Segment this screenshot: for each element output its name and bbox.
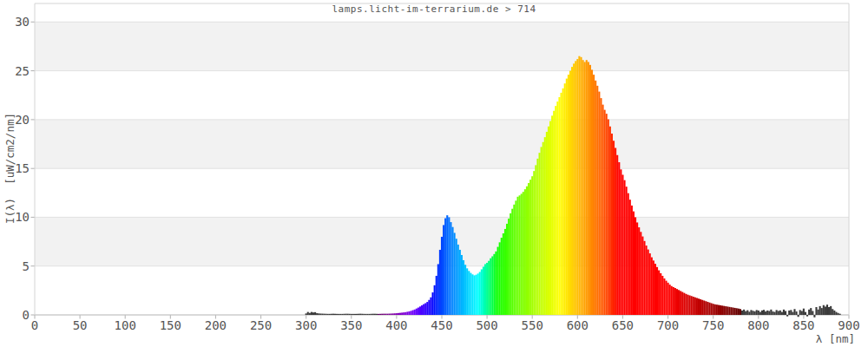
x-tick-label: 400 (385, 318, 407, 332)
x-tick-label: 300 (295, 318, 317, 332)
x-tick-label: 750 (702, 318, 724, 332)
y-tick-label: 20 (0, 113, 30, 127)
x-axis-label: λ [nm] (733, 332, 855, 345)
spectrum-bars (306, 56, 841, 318)
x-tick-label: 600 (567, 318, 589, 332)
x-tick-label: 500 (476, 318, 497, 332)
y-tick-label: 10 (0, 210, 30, 224)
x-tick-label: 0 (31, 318, 38, 332)
x-tick-label: 800 (747, 318, 769, 332)
x-tick-label: 550 (522, 318, 543, 332)
y-tick-label: 25 (0, 64, 30, 78)
spectrum-chart: lamps.licht-im-terrarium.de > 714 I(λ) [… (0, 0, 868, 347)
x-tick-label: 100 (115, 318, 136, 332)
y-tick-label: 30 (0, 15, 30, 29)
x-tick-label: 850 (792, 318, 814, 332)
y-tick-label: 15 (0, 161, 30, 175)
chart-title: lamps.licht-im-terrarium.de > 714 (0, 3, 868, 15)
x-tick-label: 200 (205, 318, 227, 332)
x-tick-label: 50 (73, 318, 88, 332)
spectrum-plot (0, 0, 868, 347)
y-tick-label: 0 (0, 308, 30, 322)
x-tick-label: 150 (160, 318, 181, 332)
x-tick-label: 350 (340, 318, 362, 332)
x-tick-label: 250 (250, 318, 272, 332)
x-tick-label: 450 (431, 318, 452, 332)
x-tick-label: 650 (612, 318, 634, 332)
x-tick-label: 700 (657, 318, 679, 332)
x-tick-label: 900 (838, 318, 859, 332)
y-tick-label: 5 (0, 259, 30, 273)
